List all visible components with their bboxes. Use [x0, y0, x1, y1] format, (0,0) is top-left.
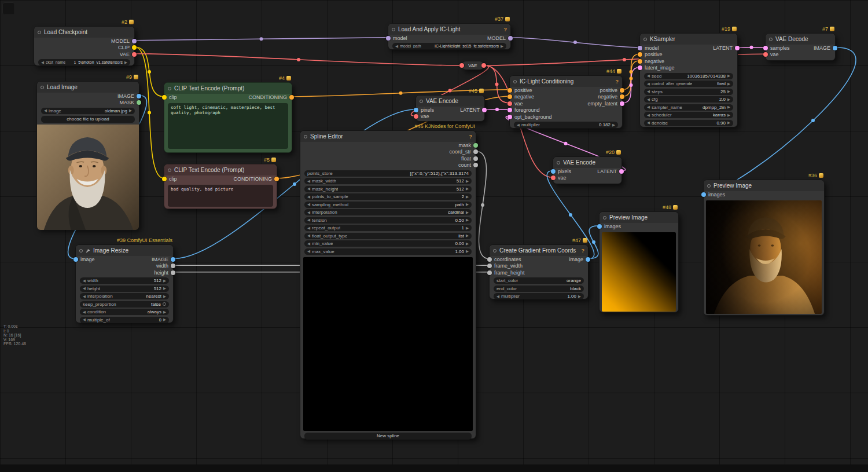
widget-points-store[interactable]: points_store[{"x":0,"y":512},{"x":313.31… — [304, 170, 472, 177]
widget-end-color[interactable]: end_colorblack — [494, 286, 584, 292]
prompt-textarea[interactable]: soft light, cinematic, masterpiece, best… — [168, 103, 288, 149]
node-title[interactable]: Create Gradient From Coords? — [490, 245, 588, 256]
widget-cfg[interactable]: ◀cfg2.0▶ — [644, 96, 733, 103]
widget-points-to-sample[interactable]: ◀points_to_sample2▶ — [304, 193, 472, 200]
vae-output-port[interactable] — [132, 52, 137, 57]
node-title[interactable]: CLIP Text Encode (Prompt) — [164, 164, 277, 175]
frame-width-input-port[interactable] — [487, 264, 492, 268]
arrow-right-icon[interactable]: ▶ — [466, 186, 469, 191]
widget-min-value[interactable]: ◀min_value0.00▶ — [304, 240, 472, 247]
latent-output-port[interactable] — [735, 46, 740, 50]
arrow-right-icon[interactable]: ▶ — [466, 233, 469, 238]
arrow-left-icon[interactable]: ◀ — [307, 202, 310, 207]
collapse-dot[interactable] — [603, 216, 606, 219]
arrow-right-icon[interactable]: ▶ — [501, 44, 503, 49]
vae-input-port[interactable] — [551, 175, 556, 180]
latent-output-port[interactable] — [482, 108, 487, 112]
arrow-left-icon[interactable]: ◀ — [307, 218, 310, 222]
arrow-left-icon[interactable]: ◀ — [307, 226, 310, 230]
node-preview-image-result[interactable]: #36 Preview Image images — [703, 180, 825, 316]
widget-start-color[interactable]: start_colororange — [494, 277, 584, 284]
collapse-dot[interactable] — [38, 31, 41, 34]
widget-repeat-output[interactable]: ◀repeat_output1▶ — [304, 225, 472, 231]
arrow-right-icon[interactable]: ▶ — [727, 97, 730, 102]
latent-output-port[interactable] — [619, 169, 624, 174]
arrow-left-icon[interactable]: ◀ — [307, 210, 310, 215]
arrow-right-icon[interactable]: ▶ — [727, 82, 730, 86]
model-output-port[interactable] — [132, 39, 137, 43]
node-reroute-vae[interactable]: VAE — [461, 61, 484, 70]
arrow-right-icon[interactable]: ▶ — [466, 249, 469, 254]
mask-output-port[interactable] — [473, 143, 478, 148]
widget-control-after-generate[interactable]: ◀control_after_generatefixed▶ — [644, 81, 733, 87]
arrow-right-icon[interactable]: ▶ — [466, 202, 469, 207]
arrow-left-icon[interactable]: ◀ — [395, 44, 398, 49]
mask-output-port[interactable] — [137, 100, 141, 105]
node-title[interactable]: Load And Apply IC-Light? — [388, 24, 510, 35]
node-title[interactable]: Load Checkpoint — [34, 27, 134, 38]
widget-scheduler[interactable]: ◀schedulerkarras▶ — [644, 112, 733, 118]
arrow-left-icon[interactable]: ◀ — [41, 60, 44, 65]
pixels-input-port[interactable] — [414, 108, 418, 112]
node-image-resize[interactable]: #39 ComfyUI Essentials Image Resize imag… — [75, 244, 174, 323]
clip-input-port[interactable] — [162, 177, 167, 181]
help-icon[interactable]: ? — [616, 79, 619, 85]
images-input-port[interactable] — [597, 224, 602, 229]
conditioning-output-port[interactable] — [274, 177, 279, 181]
widget-steps[interactable]: ◀steps25▶ — [644, 89, 733, 95]
node-title[interactable]: Preview Image — [599, 212, 678, 223]
collapse-dot[interactable] — [41, 86, 44, 89]
clip-output-port[interactable] — [132, 45, 137, 50]
arrow-right-icon[interactable]: ▶ — [466, 242, 469, 246]
widget-sampler-name[interactable]: ◀sampler_namedpmpp_2m▶ — [644, 104, 733, 111]
image-output-port[interactable] — [137, 94, 141, 98]
arrow-right-icon[interactable]: ▶ — [727, 113, 730, 118]
image-input-port[interactable] — [73, 257, 78, 262]
foreground-input-port[interactable] — [507, 108, 512, 112]
coord-str-output-port[interactable] — [473, 149, 478, 154]
widget-tension[interactable]: ◀tension0.50▶ — [304, 217, 472, 224]
arrow-left-icon[interactable]: ◀ — [83, 294, 86, 299]
widget-interpolation[interactable]: ◀interpolationnearest▶ — [80, 293, 169, 299]
node-graph-canvas[interactable]: #2 Load Checkpoint MODEL CLIP VAE ◀ckpt_… — [0, 0, 868, 472]
pixels-input-port[interactable] — [551, 169, 556, 174]
arrow-right-icon[interactable]: ▶ — [163, 279, 166, 283]
node-title[interactable]: Load Image — [37, 82, 139, 93]
float-output-port[interactable] — [473, 156, 478, 161]
node-ksampler[interactable]: #19 KSampler modelLATENT positive negati… — [639, 33, 738, 127]
node-title[interactable]: Image Resize — [76, 245, 173, 256]
new-spline-button[interactable]: New spline — [304, 433, 472, 440]
node-title[interactable]: Spline Editor? — [300, 131, 476, 142]
positive-input-port[interactable] — [638, 52, 642, 57]
arrow-right-icon[interactable]: ▶ — [466, 179, 469, 184]
widget-model-path[interactable]: ◀model_pathIC-Light\iclight_sd15_fc.safe… — [392, 43, 506, 49]
arrow-left-icon[interactable]: ◀ — [307, 233, 310, 238]
node-clip-text-encode-negative[interactable]: #5 CLIP Text Encode (Prompt) clipCONDITI… — [164, 164, 277, 209]
arrow-left-icon[interactable]: ◀ — [307, 242, 310, 246]
arrow-right-icon[interactable]: ▶ — [163, 294, 166, 299]
vae-input-port[interactable] — [507, 101, 512, 106]
node-title[interactable]: VAE Encode — [416, 96, 484, 107]
arrow-left-icon[interactable]: ◀ — [647, 97, 650, 102]
arrow-left-icon[interactable]: ◀ — [517, 123, 520, 127]
widget-sampling-method[interactable]: ◀sampling_methodpath▶ — [304, 202, 472, 208]
widget-height[interactable]: ◀height512▶ — [80, 286, 169, 292]
image-output-port[interactable] — [171, 257, 175, 262]
arrow-left-icon[interactable]: ◀ — [647, 82, 650, 86]
arrow-left-icon[interactable]: ◀ — [647, 120, 650, 125]
arrow-left-icon[interactable]: ◀ — [83, 279, 86, 283]
app-menu-button[interactable] — [2, 2, 15, 15]
empty-latent-output-port[interactable] — [620, 101, 624, 106]
arrow-left-icon[interactable]: ◀ — [647, 113, 650, 118]
node-load-checkpoint[interactable]: #2 Load Checkpoint MODEL CLIP VAE ◀ckpt_… — [34, 26, 135, 66]
arrow-left-icon[interactable]: ◀ — [647, 74, 650, 78]
collapse-dot[interactable] — [168, 169, 171, 172]
samples-input-port[interactable] — [763, 46, 768, 50]
widget-mask-height[interactable]: ◀mask_height512▶ — [304, 186, 472, 192]
node-title[interactable]: IC-Light Conditioning? — [510, 76, 622, 87]
collapse-dot[interactable] — [513, 80, 517, 83]
arrow-left-icon[interactable]: ◀ — [307, 179, 310, 184]
image-output-port[interactable] — [833, 46, 837, 50]
arrow-right-icon[interactable]: ▶ — [163, 310, 166, 314]
arrow-left-icon[interactable]: ◀ — [496, 294, 499, 299]
